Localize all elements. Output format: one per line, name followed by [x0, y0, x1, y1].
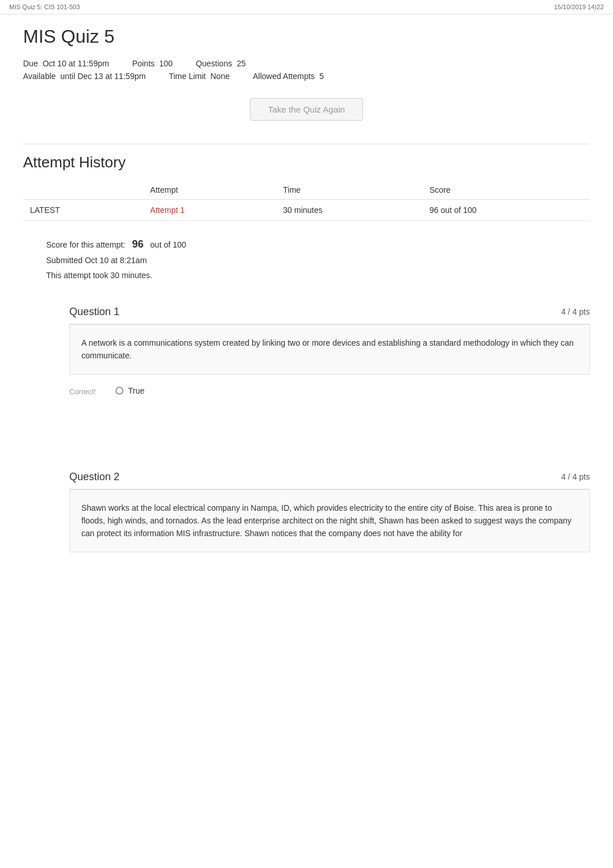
- timelimit-value: None: [210, 72, 229, 81]
- due-item: Due Oct 10 at 11:59pm: [23, 59, 109, 68]
- points-item: Points 100: [132, 59, 173, 68]
- points-label: Points: [132, 59, 155, 68]
- attempt-history-section: Attempt History Attempt Time Score LATES…: [23, 144, 590, 221]
- take-quiz-button[interactable]: Take the Quiz Again: [250, 98, 362, 121]
- timelimit-label: Time Limit: [169, 72, 205, 81]
- page-title: MIS Quiz 5: [23, 26, 590, 47]
- attempt-time: 30 minutes: [276, 200, 423, 221]
- available-item: Available until Dec 13 at 11:59pm: [23, 72, 145, 81]
- latest-label: LATEST: [23, 200, 143, 221]
- score-out: out of 100: [150, 240, 186, 249]
- question-1-header: Question 1 4 / 4 pts: [69, 300, 590, 324]
- quiz-meta: Due Oct 10 at 11:59pm Points 100 Questio…: [23, 59, 590, 81]
- score-label: Score for this attempt:: [46, 240, 125, 249]
- question-2-block: Question 2 4 / 4 pts Shawn works at the …: [69, 465, 590, 552]
- attempt-link-cell[interactable]: Attempt 1: [143, 200, 276, 221]
- question-1-body: A network is a communications system cre…: [69, 324, 590, 375]
- question-2-text: Shawn works at the local electrical comp…: [81, 502, 578, 540]
- top-bar-left: MIS Quiz 5: CIS 101-503: [9, 3, 80, 10]
- attempts-item: Allowed Attempts 5: [253, 72, 324, 81]
- available-value: until Dec 13 at 11:59pm: [61, 72, 146, 81]
- points-value: 100: [159, 59, 173, 68]
- attempt-score: 96 out of 100: [423, 200, 590, 221]
- question-2-body: Shawn works at the local electrical comp…: [69, 489, 590, 552]
- question-1-answer-row: Correct! True: [69, 386, 590, 396]
- questions-label: Questions: [196, 59, 232, 68]
- col-header-empty: [23, 181, 143, 200]
- question-1-block: Question 1 4 / 4 pts A network is a comm…: [69, 300, 590, 448]
- take-quiz-btn-container: Take the Quiz Again: [23, 98, 590, 121]
- question-2-title: Question 2: [69, 471, 119, 483]
- question-1-pts: 4 / 4 pts: [561, 307, 590, 316]
- attempt-link[interactable]: Attempt 1: [150, 205, 185, 215]
- question-1-correct-label: Correct!: [69, 386, 104, 396]
- attempts-value: 5: [319, 72, 324, 81]
- attempt-table: Attempt Time Score LATEST Attempt 1 30 m…: [23, 181, 590, 221]
- due-value: Oct 10 at 11:59pm: [43, 59, 109, 68]
- due-label: Due: [23, 59, 38, 68]
- question-1-title: Question 1: [69, 306, 119, 318]
- questions-container: Question 1 4 / 4 pts A network is a comm…: [23, 300, 590, 552]
- question-1-spacer: [69, 402, 590, 448]
- col-header-score: Score: [423, 181, 590, 200]
- radio-icon: [115, 387, 124, 395]
- score-summary: Score for this attempt: 96 out of 100 Su…: [46, 235, 590, 283]
- main-content: MIS Quiz 5 Due Oct 10 at 11:59pm Points …: [0, 14, 613, 593]
- question-2-header: Question 2 4 / 4 pts: [69, 465, 590, 489]
- score-value: 96: [132, 238, 144, 250]
- timelimit-item: Time Limit None: [169, 72, 230, 81]
- question-1-answer-text: True: [128, 386, 144, 395]
- question-1-text: A network is a communications system cre…: [81, 336, 578, 362]
- available-label: Available: [23, 72, 56, 81]
- top-bar: MIS Quiz 5: CIS 101-503 15/10/2019 14)22: [0, 0, 613, 14]
- col-header-time: Time: [276, 181, 423, 200]
- quiz-meta-row2: Available until Dec 13 at 11:59pm Time L…: [23, 72, 590, 81]
- table-row: LATEST Attempt 1 30 minutes 96 out of 10…: [23, 200, 590, 221]
- questions-value: 25: [237, 59, 246, 68]
- table-header-row: Attempt Time Score: [23, 181, 590, 200]
- quiz-meta-row1: Due Oct 10 at 11:59pm Points 100 Questio…: [23, 59, 590, 68]
- top-bar-right: 15/10/2019 14)22: [554, 3, 604, 10]
- took-line: This attempt took 30 minutes.: [46, 268, 590, 283]
- question-1-answer-option: True: [115, 386, 144, 395]
- question-2-pts: 4 / 4 pts: [561, 472, 590, 481]
- questions-item: Questions 25: [196, 59, 246, 68]
- score-line: Score for this attempt: 96 out of 100: [46, 235, 590, 253]
- attempts-label: Allowed Attempts: [253, 72, 315, 81]
- submitted-line: Submitted Oct 10 at 8:21am: [46, 253, 590, 268]
- attempt-history-title: Attempt History: [23, 144, 590, 171]
- col-header-attempt: Attempt: [143, 181, 276, 200]
